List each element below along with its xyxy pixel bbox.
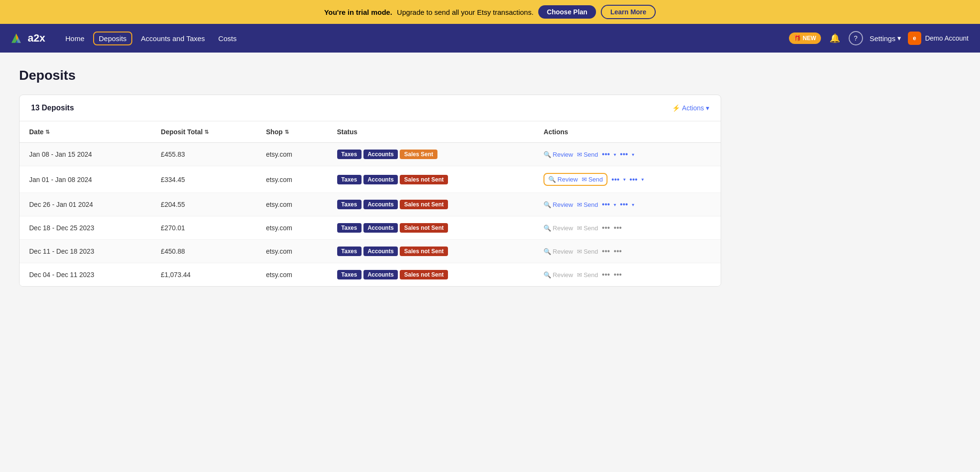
more-dots-1[interactable]: ••• <box>602 270 610 279</box>
table-row: Jan 01 - Jan 08 2024 £334.45 etsy.com Ta… <box>20 166 721 193</box>
notifications-button[interactable]: 🔔 <box>828 31 842 45</box>
chevron-icon-2[interactable]: ▾ <box>641 177 644 182</box>
cell-actions: 🔍 Review ✉ Send ••• ••• <box>534 216 721 240</box>
table-body: Jan 08 - Jan 15 2024 £455.83 etsy.com Ta… <box>20 143 721 287</box>
search-icon: 🔍 <box>543 225 551 232</box>
status-badge: Sales not Sent <box>400 270 448 279</box>
actions-chevron-icon: ▾ <box>706 104 709 112</box>
actions-cell: 🔍 Review ✉ Send ••• ••• <box>543 224 711 232</box>
page-title: Deposits <box>19 68 721 83</box>
email-icon: ✉ <box>577 271 582 279</box>
status-badge: Taxes <box>337 200 362 209</box>
bell-icon: 🔔 <box>830 33 840 43</box>
table-row: Dec 26 - Jan 01 2024 £204.55 etsy.com Ta… <box>20 193 721 216</box>
more-dots-1[interactable]: ••• <box>602 200 610 209</box>
more-dots-1[interactable]: ••• <box>602 247 610 256</box>
actions-dropdown-button[interactable]: ⚡ Actions ▾ <box>672 104 709 112</box>
send-link-disabled: ✉ Send <box>577 271 598 279</box>
cell-shop: etsy.com <box>256 240 328 263</box>
send-link[interactable]: ✉ Send <box>577 201 598 208</box>
a2x-icon <box>11 33 25 43</box>
more-dots-2[interactable]: ••• <box>614 247 622 256</box>
cell-deposit-total: £1,073.44 <box>151 263 256 287</box>
cell-date: Dec 11 - Dec 18 2023 <box>20 240 151 263</box>
page-content: Deposits 13 Deposits ⚡ Actions ▾ Date ⇅ … <box>0 53 740 302</box>
cell-deposit-total: £334.45 <box>151 166 256 193</box>
nav-links: Home Deposits Accounts and Taxes Costs <box>61 32 774 45</box>
help-button[interactable]: ? <box>849 31 863 45</box>
deposits-table-card: 13 Deposits ⚡ Actions ▾ Date ⇅ Deposit T… <box>19 95 721 287</box>
cell-date: Jan 01 - Jan 08 2024 <box>20 166 151 193</box>
send-link-disabled: ✉ Send <box>577 248 598 255</box>
search-icon: 🔍 <box>543 201 551 208</box>
chevron-icon-1[interactable]: ▾ <box>614 202 616 207</box>
nav-deposits[interactable]: Deposits <box>93 32 132 45</box>
nav-right: 🎁 NEW 🔔 ? Settings ▾ e Demo Account <box>789 31 969 45</box>
search-icon: 🔍 <box>543 271 551 279</box>
review-link[interactable]: 🔍 Review <box>548 176 578 183</box>
cell-actions: 🔍 Review ✉ Send ••• ••• <box>534 240 721 263</box>
email-icon: ✉ <box>577 151 582 158</box>
choose-plan-button[interactable]: Choose Plan <box>538 5 596 19</box>
status-badge: Taxes <box>337 270 362 279</box>
new-badge-label: NEW <box>803 35 816 42</box>
send-link[interactable]: ✉ Send <box>582 176 603 183</box>
col-deposit-total[interactable]: Deposit Total ⇅ <box>151 121 256 143</box>
more-dots-2[interactable]: ••• <box>614 270 622 279</box>
settings-label: Settings <box>870 34 895 43</box>
cell-deposit-total: £204.55 <box>151 193 256 216</box>
actions-cell: 🔍 Review ✉ Send ••• ••• <box>543 270 711 279</box>
cell-shop: etsy.com <box>256 143 328 166</box>
email-icon: ✉ <box>582 176 587 183</box>
cell-status: TaxesAccountsSales not Sent <box>328 216 534 240</box>
more-dots-1[interactable]: ••• <box>602 224 610 232</box>
status-badge: Accounts <box>363 150 398 159</box>
demo-account[interactable]: e Demo Account <box>908 32 969 45</box>
actions-cell: 🔍 Review ✉ Send ••• ▾ ••• ▾ <box>543 173 711 186</box>
more-dots-2[interactable]: ••• <box>620 200 628 209</box>
etsy-icon: e <box>908 32 921 45</box>
email-icon: ✉ <box>577 201 582 208</box>
col-shop[interactable]: Shop ⇅ <box>256 121 328 143</box>
nav-costs[interactable]: Costs <box>213 32 241 45</box>
cell-deposit-total: £270.01 <box>151 216 256 240</box>
chevron-icon-2[interactable]: ▾ <box>632 152 634 157</box>
cell-status: TaxesAccountsSales not Sent <box>328 263 534 287</box>
table-row: Dec 11 - Dec 18 2023 £450.88 etsy.com Ta… <box>20 240 721 263</box>
review-link-disabled: 🔍 Review <box>543 225 573 232</box>
more-dots-2[interactable]: ••• <box>620 150 628 159</box>
nav-home[interactable]: Home <box>61 32 89 45</box>
chevron-icon-2[interactable]: ▾ <box>632 202 634 207</box>
new-badge[interactable]: 🎁 NEW <box>789 32 821 44</box>
cell-actions: 🔍 Review ✉ Send ••• ••• <box>534 263 721 287</box>
chevron-icon-1[interactable]: ▾ <box>614 152 616 157</box>
send-link[interactable]: ✉ Send <box>577 151 598 158</box>
more-dots-1[interactable]: ••• <box>602 150 610 159</box>
actions-icon: ⚡ <box>672 104 680 112</box>
more-dots-1[interactable]: ••• <box>611 175 619 184</box>
cell-shop: etsy.com <box>256 193 328 216</box>
status-badge: Taxes <box>337 150 362 159</box>
more-dots-2[interactable]: ••• <box>629 175 638 184</box>
more-dots-2[interactable]: ••• <box>614 224 622 232</box>
review-link[interactable]: 🔍 Review <box>543 151 573 158</box>
cell-actions: 🔍 Review ✉ Send ••• ▾ ••• ▾ <box>534 193 721 216</box>
trial-message: Upgrade to send all your Etsy transactio… <box>397 8 533 16</box>
cell-status: TaxesAccountsSales Sent <box>328 143 534 166</box>
actions-label: Actions <box>682 104 704 112</box>
actions-cell: 🔍 Review ✉ Send ••• ••• <box>543 247 711 256</box>
settings-button[interactable]: Settings ▾ <box>870 34 901 43</box>
review-link-disabled: 🔍 Review <box>543 248 573 255</box>
brand-logo[interactable]: a2x <box>11 32 45 44</box>
review-link[interactable]: 🔍 Review <box>543 201 573 208</box>
table-row: Jan 08 - Jan 15 2024 £455.83 etsy.com Ta… <box>20 143 721 166</box>
deposits-table: Date ⇅ Deposit Total ⇅ Shop ⇅ Status Act… <box>20 121 721 286</box>
cell-status: TaxesAccountsSales not Sent <box>328 240 534 263</box>
status-badge: Accounts <box>363 270 398 279</box>
chevron-icon-1[interactable]: ▾ <box>623 177 626 182</box>
nav-accounts-taxes[interactable]: Accounts and Taxes <box>136 32 210 45</box>
cell-deposit-total: £450.88 <box>151 240 256 263</box>
col-date[interactable]: Date ⇅ <box>20 121 151 143</box>
status-badge: Sales not Sent <box>400 247 448 256</box>
learn-more-button[interactable]: Learn More <box>601 5 656 19</box>
